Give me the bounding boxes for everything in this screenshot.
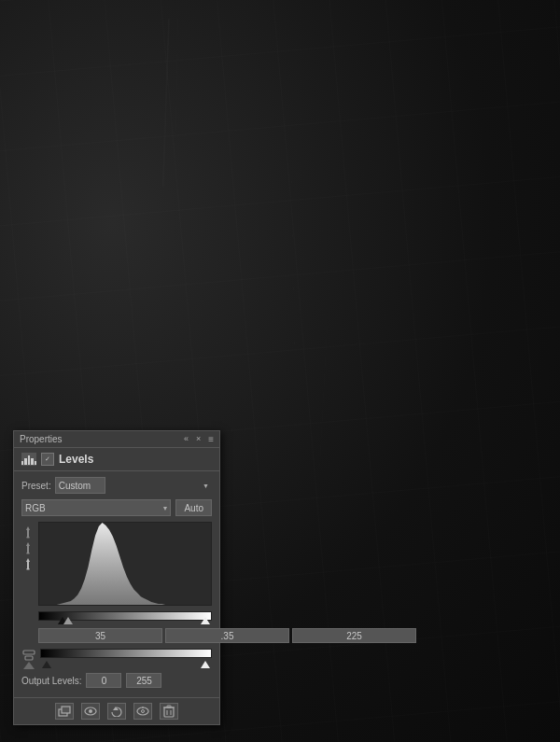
black-level-input[interactable] [38, 628, 162, 643]
svg-marker-3 [39, 523, 211, 605]
delete-btn[interactable] [160, 703, 178, 720]
svg-point-12 [137, 707, 148, 715]
output-levels-label: Output Levels: [21, 676, 81, 686]
channel-select[interactable]: RGB [21, 499, 171, 516]
output-label-row: Output Levels: [21, 673, 212, 688]
preset-select-wrap: Custom [55, 477, 212, 494]
svg-point-10 [89, 709, 92, 713]
white-level-input[interactable] [292, 628, 416, 643]
svg-rect-8 [62, 707, 70, 713]
svg-rect-4 [23, 651, 35, 654]
levels-icon [21, 453, 36, 466]
output-slider-triangles [40, 661, 212, 668]
panel-toolbar [14, 697, 219, 724]
histogram-svg [39, 523, 211, 605]
panel-titlebar: Properties « × ≡ [14, 431, 219, 448]
output-section [21, 649, 212, 669]
reset-btn[interactable] [107, 703, 126, 720]
panel-close-btn[interactable]: × [196, 434, 201, 444]
properties-panel: Properties « × ≡ ✓ Levels Preset: [13, 430, 220, 725]
svg-rect-2 [27, 568, 30, 570]
visibility-toggle-icon[interactable]: ✓ [41, 453, 54, 466]
triangles-row [38, 617, 212, 624]
panel-body: Preset: Custom RGB Auto [14, 471, 219, 697]
channel-row: RGB Auto [21, 499, 212, 516]
svg-point-13 [142, 710, 145, 713]
mid-level-input[interactable] [165, 628, 289, 643]
output-gradient-bar [40, 649, 212, 658]
eyedropper-black-btn[interactable] [21, 525, 35, 539]
panel-header: ✓ Levels [14, 448, 219, 471]
midtone-slider[interactable] [63, 617, 73, 624]
preset-label: Preset: [21, 481, 51, 491]
svg-rect-5 [25, 656, 33, 660]
eyedropper-white-btn[interactable] [21, 557, 35, 570]
auto-button[interactable]: Auto [175, 499, 212, 516]
channel-select-wrap: RGB [21, 499, 171, 516]
white-slider[interactable] [201, 617, 210, 624]
panel-menu-btn[interactable]: ≡ [208, 434, 214, 444]
eyedropper-tools [21, 522, 35, 609]
output-white-slider[interactable] [201, 661, 210, 668]
output-white-input[interactable] [126, 673, 161, 688]
new-layer-btn[interactable] [55, 703, 74, 720]
svg-rect-15 [164, 707, 174, 717]
panel-controls: « × ≡ [184, 434, 214, 444]
svg-marker-6 [23, 662, 35, 669]
input-slider-section [38, 611, 212, 643]
output-black-slider[interactable] [42, 661, 51, 668]
input-values-row [38, 628, 212, 643]
svg-rect-1 [27, 553, 30, 554]
histogram-row [21, 522, 212, 609]
panel-collapse-btn[interactable]: « [184, 434, 189, 444]
svg-rect-0 [27, 537, 30, 539]
svg-rect-17 [167, 706, 171, 707]
panel-title: Properties [20, 434, 63, 444]
output-black-input[interactable] [86, 673, 121, 688]
input-slider-container [38, 611, 212, 624]
preset-row: Preset: Custom [21, 477, 212, 494]
output-track-wrap [40, 649, 212, 668]
clip-icon[interactable] [21, 649, 36, 669]
preset-select[interactable]: Custom [55, 477, 105, 494]
visibility-btn[interactable] [81, 703, 100, 720]
eye-btn[interactable] [133, 703, 152, 720]
eyedropper-mid-btn[interactable] [21, 541, 35, 554]
section-title: Levels [59, 453, 93, 466]
histogram-area [38, 522, 212, 606]
